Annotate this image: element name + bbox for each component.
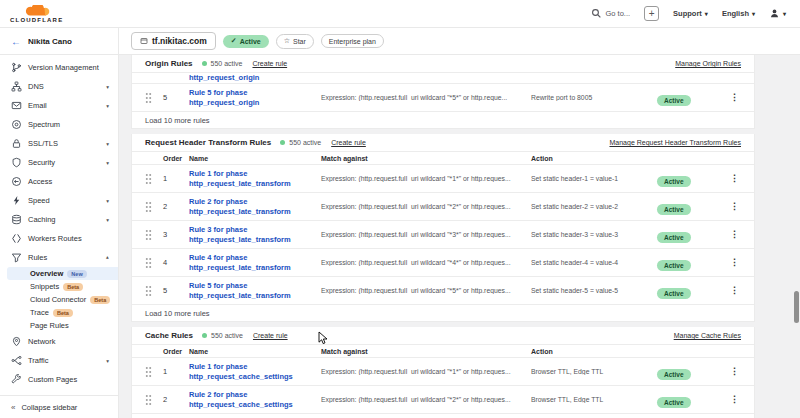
support-menu[interactable]: Support ▾	[673, 9, 708, 18]
status-badge: Active	[657, 397, 691, 408]
load-more-rules-link[interactable]: Load 10 more rules	[132, 112, 754, 128]
sidebar-item-caching[interactable]: Caching ▾	[0, 210, 118, 229]
kebab-menu-button[interactable]: ⋮	[728, 93, 741, 102]
manage-cache-rules-link[interactable]: Manage Cache Rules	[674, 332, 741, 339]
status-badge: Active	[657, 204, 691, 215]
rule-name-link[interactable]: Rule 2 for phase http_request_cache_sett…	[189, 390, 321, 410]
rule-action: Browser TTL, Edge TTL	[531, 396, 657, 403]
zone-selector[interactable]: tf.nikitac.com	[131, 32, 216, 50]
sidebar-item-custom-pages[interactable]: Custom Pages	[0, 370, 118, 389]
chevron-down-icon: ▾	[106, 198, 109, 204]
scrollbar-thumb[interactable]	[794, 291, 799, 323]
sidebar-item-network[interactable]: Network	[0, 332, 118, 351]
sidebar-subitem-label: Trace	[30, 308, 49, 317]
language-menu[interactable]: English ▾	[722, 9, 755, 18]
drag-handle[interactable]	[145, 92, 152, 104]
rule-match-expression: Expression: (http.request.full_uri wildc…	[321, 203, 531, 210]
shield-icon	[11, 157, 22, 168]
collapse-sidebar-button[interactable]: « Collapse sidebar	[0, 395, 118, 418]
rule-order: 2	[163, 395, 189, 404]
sidebar-item-page-rules[interactable]: Page Rules	[0, 319, 118, 332]
drag-handle[interactable]	[145, 257, 152, 269]
database-icon	[11, 214, 22, 225]
sidebar-item-label: Access	[28, 177, 52, 186]
create-rule-link[interactable]: Create rule	[252, 60, 287, 67]
sidebar-item-overview[interactable]: Overview New	[7, 267, 118, 280]
rule-name-link[interactable]: Rule 1 for phase http_request_cache_sett…	[189, 362, 321, 382]
rule-name-line1: Rule 5 for phase	[189, 281, 321, 291]
drag-handle[interactable]	[145, 366, 152, 378]
kebab-menu-button[interactable]: ⋮	[728, 174, 741, 183]
sidebar-item-traffic[interactable]: Traffic ▾	[0, 351, 118, 370]
rule-name-link[interactable]: Rule 5 for phase http_request_origin	[189, 88, 321, 108]
zone-name: tf.nikitac.com	[152, 36, 207, 46]
chevron-up-icon: ▾	[106, 255, 109, 261]
star-label: Star	[293, 38, 306, 45]
kebab-menu-button[interactable]: ⋮	[728, 286, 741, 295]
kebab-menu-button[interactable]: ⋮	[728, 202, 741, 211]
rule-name-link[interactable]: Rule 2 for phase http_request_late_trans…	[189, 197, 321, 217]
sidebar-subitem-label: Cloud Connector	[30, 295, 86, 304]
rule-name-link[interactable]: Rule 5 for phase http_request_late_trans…	[189, 281, 321, 301]
kebab-menu-button[interactable]: ⋮	[728, 258, 741, 267]
back-arrow-icon[interactable]: ←	[11, 36, 21, 47]
filter-icon	[11, 252, 22, 263]
goto-label: Go to...	[606, 9, 631, 18]
manage-transform-rules-link[interactable]: Manage Request Header Transform Rules	[609, 139, 741, 146]
rule-name-line2[interactable]: http_request_origin	[189, 73, 321, 83]
rule-match-expression: Expression: (http.request.full_uri wildc…	[321, 287, 531, 294]
sidebar-item-label: Version Management	[28, 63, 99, 72]
global-search[interactable]: Go to...	[591, 8, 631, 19]
sidebar-item-rules[interactable]: Rules ▾	[0, 248, 118, 267]
section-title: Request Header Transform Rules	[145, 138, 271, 147]
section-title: Cache Rules	[145, 331, 193, 340]
search-icon	[591, 8, 602, 19]
sidebar-item-dns[interactable]: DNS ▾	[0, 77, 118, 96]
sidebar-item-speed[interactable]: Speed ▾	[0, 191, 118, 210]
kebab-menu-button[interactable]: ⋮	[728, 367, 741, 376]
sidebar-item-trace[interactable]: Trace Beta	[0, 306, 118, 319]
user-menu[interactable]: ▾	[769, 8, 786, 19]
sidebar-subitem-label: Overview	[30, 269, 63, 278]
rule-name-link[interactable]: Rule 3 for phase http_request_late_trans…	[189, 225, 321, 245]
sidebar-item-access[interactable]: Access	[0, 172, 118, 191]
rule-name-link[interactable]: Rule 4 for phase http_request_late_trans…	[189, 253, 321, 273]
sidebar-item-ssl-tls[interactable]: SSL/TLS ▾	[0, 134, 118, 153]
sidebar-item-cloud-connector[interactable]: Cloud Connector Beta	[0, 293, 118, 306]
create-rule-link[interactable]: Create rule	[331, 139, 366, 146]
drag-handle[interactable]	[145, 285, 152, 297]
column-action: Action	[531, 348, 657, 355]
drag-handle[interactable]	[145, 394, 152, 406]
drag-handle[interactable]	[145, 229, 152, 241]
sidebar-item-snippets[interactable]: Snippets Beta	[0, 280, 118, 293]
column-name: Name	[189, 348, 321, 355]
star-button[interactable]: ☆ Star	[276, 34, 314, 49]
drag-handle[interactable]	[145, 173, 152, 185]
sidebar-item-label: Traffic	[28, 356, 48, 365]
column-match: Match against	[321, 155, 531, 162]
sidebar-item-spectrum[interactable]: Spectrum	[0, 115, 118, 134]
beta-badge: Beta	[90, 296, 110, 304]
rule-name-link[interactable]: Rule 1 for phase http_request_late_trans…	[189, 169, 321, 189]
status-badge: Active	[657, 288, 691, 299]
git-branch-icon	[11, 62, 22, 73]
drag-handle[interactable]	[145, 201, 152, 213]
sidebar-item-workers-routes[interactable]: Workers Routes	[0, 229, 118, 248]
add-button[interactable]: +	[644, 6, 659, 21]
kebab-menu-button[interactable]: ⋮	[728, 230, 741, 239]
global-top-bar: CLOUDFLARE Go to... + Support ▾ English …	[0, 0, 800, 28]
column-action: Action	[531, 155, 657, 162]
cloudflare-logo[interactable]: CLOUDFLARE	[10, 5, 63, 23]
dns-icon	[11, 81, 22, 92]
create-rule-link[interactable]: Create rule	[253, 332, 288, 339]
status-badge: Active	[657, 176, 691, 187]
rule-name-line2: http_request_late_transform	[189, 291, 321, 301]
active-count: 550 active	[289, 139, 321, 146]
sidebar-item-email[interactable]: Email ▾	[0, 96, 118, 115]
sidebar-item-security[interactable]: Security ▾	[0, 153, 118, 172]
load-more-rules-link[interactable]: Load 10 more rules	[132, 305, 754, 321]
rule-name-line1: Rule 2 for phase	[189, 390, 321, 400]
manage-origin-rules-link[interactable]: Manage Origin Rules	[675, 60, 741, 67]
sidebar-item-version-management[interactable]: Version Management	[0, 58, 118, 77]
kebab-menu-button[interactable]: ⋮	[728, 395, 741, 404]
